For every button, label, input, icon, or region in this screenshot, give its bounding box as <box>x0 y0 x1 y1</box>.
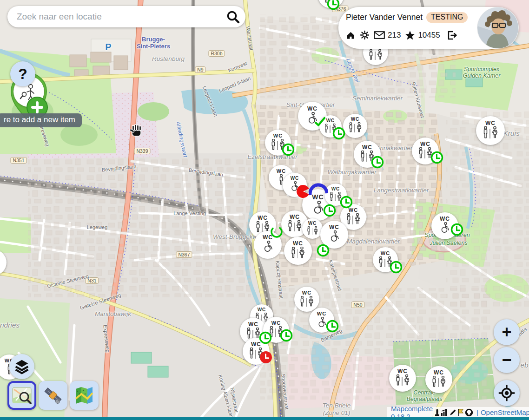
wc-marker-male-female[interactable]: WC <box>294 287 319 312</box>
bottom-strip <box>0 417 529 420</box>
flag-icon[interactable] <box>457 408 464 416</box>
user-name: Pieter Vander Vennet <box>346 13 423 22</box>
wc-marker-male-female[interactable]: WC <box>284 237 312 265</box>
wc-marker-male-female[interactable]: WC <box>373 247 398 272</box>
attribution-bar: Mapcomplete 0.18.2 | OpenStreetMap <box>387 407 529 418</box>
wc-marker-wheelchair[interactable]: WC <box>283 173 307 197</box>
mapcomplete-app: Brugge- Sint-PietersRustenburgPN9R30bN37… <box>0 0 529 420</box>
wc-marker-male-female[interactable]: WC <box>243 338 270 365</box>
home-icon[interactable] <box>346 31 356 40</box>
messages-icon[interactable] <box>374 31 385 39</box>
basemap-satellite-button[interactable] <box>39 381 67 410</box>
zoom-in-button[interactable]: + <box>494 319 520 345</box>
wc-marker-male-female[interactable]: WC <box>263 317 289 343</box>
zoom-in-icon: + <box>502 322 511 342</box>
zoom-out-button[interactable]: − <box>494 347 520 373</box>
layers-button[interactable] <box>9 354 34 379</box>
search-input[interactable] <box>16 11 222 22</box>
chart-icon[interactable] <box>441 409 449 416</box>
wc-marker-male-female[interactable]: WC <box>319 115 342 138</box>
basemap-carto-button[interactable] <box>7 381 36 410</box>
wc-marker-wheelchair[interactable]: WC <box>254 231 282 259</box>
search-icon[interactable] <box>226 10 240 24</box>
basemap-style-bar <box>7 381 99 410</box>
wc-marker-male-female[interactable]: WC <box>302 218 323 239</box>
wc-marker-wheelchair[interactable]: WC <box>309 308 334 333</box>
search-bar <box>7 6 245 27</box>
wc-marker-male-female[interactable]: WC <box>389 365 416 392</box>
wc-marker-wheelchair[interactable]: WC <box>320 221 348 249</box>
changesets-icon[interactable] <box>405 30 415 40</box>
wc-marker-male-female[interactable]: WC <box>412 138 439 164</box>
edit-icon[interactable] <box>449 409 456 416</box>
osm-link[interactable]: OpenStreetMap <box>481 408 529 416</box>
basemap-map-button[interactable] <box>70 381 99 410</box>
changesets-count[interactable]: 10455 <box>418 31 440 40</box>
avatar[interactable] <box>477 7 518 48</box>
add-item-tooltip: re to add a new item <box>0 113 82 127</box>
testing-badge: TESTING <box>426 12 468 23</box>
wc-marker-male-female[interactable]: WC <box>354 141 381 168</box>
help-icon: ? <box>18 66 27 83</box>
wc-marker-male-female[interactable]: WC <box>265 130 291 156</box>
user-panel: Pieter Vander Vennet TESTING 213 <box>338 7 519 49</box>
folded-map-icon <box>73 385 95 406</box>
zoom-out-icon: − <box>502 350 511 370</box>
layers-icon <box>13 358 31 375</box>
wc-marker-male-female[interactable]: WC <box>343 114 367 138</box>
messages-count[interactable]: 213 <box>388 31 401 40</box>
wc-marker-male-female[interactable]: WC <box>425 366 452 393</box>
attribution-divider: | <box>476 408 478 416</box>
help-button[interactable]: ? <box>10 61 35 86</box>
github-icon[interactable] <box>465 408 473 417</box>
settings-icon[interactable] <box>360 30 370 40</box>
geolocate-icon <box>497 383 516 403</box>
satellite-icon <box>42 385 64 406</box>
wc-marker-male-female[interactable]: WC <box>476 116 505 145</box>
stats-icon[interactable] <box>434 409 440 416</box>
logout-icon[interactable] <box>447 31 457 40</box>
wc-marker-wheelchair[interactable]: WC <box>431 212 458 239</box>
geolocate-button[interactable] <box>494 380 520 406</box>
wc-marker-male-female[interactable]: WC <box>324 184 347 206</box>
carto-map-icon <box>11 385 33 406</box>
